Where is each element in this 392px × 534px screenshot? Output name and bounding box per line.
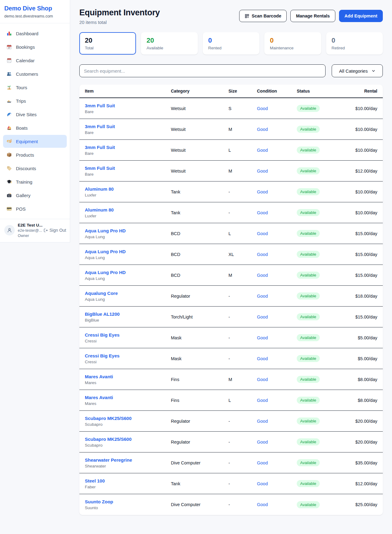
- size-cell: S: [228, 106, 257, 111]
- sidebar-item-calendar[interactable]: Calendar: [3, 54, 67, 67]
- item-name-link[interactable]: Mares Avanti: [85, 374, 171, 379]
- item-name-link[interactable]: BigBlue AL1200: [85, 311, 171, 317]
- stat-value: 0: [208, 36, 254, 44]
- manage-rentals-button[interactable]: Manage Rentals: [290, 10, 335, 22]
- item-name-link[interactable]: 5mm Full Suit: [85, 166, 171, 171]
- sidebar-item-dive-sites[interactable]: Dive Sites: [3, 108, 67, 121]
- status-cell: Available: [297, 480, 343, 487]
- condition-link[interactable]: Good: [257, 127, 297, 132]
- stat-card-maintenance[interactable]: 0 Maintenance: [264, 32, 321, 55]
- stat-value: 0: [332, 36, 377, 44]
- status-badge: Available: [297, 480, 320, 487]
- table-row: Aqua Lung Pro HD Aqua Lung BCD XL Good A…: [79, 244, 383, 265]
- condition-link[interactable]: Good: [257, 210, 297, 215]
- condition-link[interactable]: Good: [257, 273, 297, 278]
- condition-link[interactable]: Good: [257, 377, 297, 382]
- stat-card-total[interactable]: 20 Total: [79, 32, 136, 55]
- item-name-link[interactable]: Aluminum 80: [85, 186, 171, 192]
- item-name-link[interactable]: 3mm Full Suit: [85, 124, 171, 129]
- bar-chart-icon: [6, 31, 12, 36]
- size-cell: -: [228, 210, 257, 215]
- condition-link[interactable]: Good: [257, 440, 297, 444]
- condition-link[interactable]: Good: [257, 502, 297, 507]
- item-name-link[interactable]: Cressi Big Eyes: [85, 353, 171, 358]
- chevron-down-icon: [371, 69, 375, 73]
- condition-link[interactable]: Good: [257, 419, 297, 424]
- item-name-link[interactable]: Aqua Lung Pro HD: [85, 270, 171, 275]
- sidebar-item-training[interactable]: Training: [3, 175, 67, 188]
- condition-link[interactable]: Good: [257, 294, 297, 299]
- condition-link[interactable]: Good: [257, 398, 297, 403]
- stat-card-rented[interactable]: 0 Rented: [203, 32, 259, 55]
- condition-link[interactable]: Good: [257, 315, 297, 319]
- stat-card-retired[interactable]: 0 Retired: [326, 32, 383, 55]
- condition-link[interactable]: Good: [257, 189, 297, 194]
- item-name-link[interactable]: Suunto Zoop: [85, 499, 171, 504]
- rental-cell: $8.00/day: [343, 377, 377, 382]
- sidebar-item-gallery[interactable]: Gallery: [3, 189, 67, 202]
- status-cell: Available: [297, 459, 343, 466]
- item-name-link[interactable]: Scubapro MK25/S600: [85, 437, 171, 442]
- item-name-link[interactable]: 3mm Full Suit: [85, 145, 171, 150]
- page-header: Equipment Inventory 20 items total Scan …: [79, 8, 383, 25]
- sign-out-button[interactable]: Sign Out: [43, 228, 66, 233]
- rental-cell: $5.00/day: [343, 335, 377, 340]
- item-cell: Aqua Lung Pro HD Aqua Lung: [85, 249, 171, 260]
- category-cell: Regulator: [171, 440, 228, 444]
- category-select[interactable]: All Categories: [332, 64, 383, 77]
- condition-link[interactable]: Good: [257, 481, 297, 486]
- sidebar-item-trips[interactable]: Trips: [3, 94, 67, 107]
- sidebar-item-bookings[interactable]: Bookings: [3, 40, 67, 53]
- item-name-link[interactable]: Shearwater Peregrine: [85, 457, 171, 463]
- condition-link[interactable]: Good: [257, 356, 297, 361]
- condition-link[interactable]: Good: [257, 148, 297, 153]
- item-name-link[interactable]: Aqualung Core: [85, 291, 171, 296]
- item-name-link[interactable]: Mares Avanti: [85, 395, 171, 400]
- condition-link[interactable]: Good: [257, 231, 297, 236]
- scan-barcode-button[interactable]: Scan Barcode: [239, 10, 287, 22]
- user-role: Owner: [18, 234, 40, 238]
- sidebar-item-customers[interactable]: Customers: [3, 67, 67, 80]
- item-name-link[interactable]: Aqua Lung Pro HD: [85, 228, 171, 233]
- status-badge: Available: [297, 355, 320, 362]
- item-name-link[interactable]: Aluminum 80: [85, 207, 171, 212]
- item-cell: Scubapro MK25/S600 Scubapro: [85, 416, 171, 427]
- sidebar-item-discounts[interactable]: Discounts: [3, 162, 67, 175]
- status-badge: Available: [297, 105, 320, 112]
- size-cell: -: [228, 419, 257, 424]
- status-cell: Available: [297, 188, 343, 195]
- sidebar-item-dashboard[interactable]: Dashboard: [3, 27, 67, 40]
- size-cell: -: [228, 335, 257, 340]
- item-name-link[interactable]: Scubapro MK25/S600: [85, 416, 171, 421]
- table-body: 3mm Full Suit Bare Wetsuit S Good Availa…: [79, 98, 383, 515]
- item-name-link[interactable]: Steel 100: [85, 478, 171, 483]
- item-cell: Cressi Big Eyes Cressi: [85, 353, 171, 364]
- sidebar-item-tours[interactable]: Tours: [3, 81, 67, 94]
- item-name-link[interactable]: Cressi Big Eyes: [85, 332, 171, 338]
- column-header-rental: Rental: [343, 89, 377, 93]
- sidebar: Demo Dive Shop demo.test.divestreams.com…: [0, 0, 70, 242]
- item-name-link[interactable]: Aqua Lung Pro HD: [85, 249, 171, 254]
- sidebar-item-equipment[interactable]: Equipment: [3, 135, 67, 148]
- item-name-link[interactable]: 3mm Full Suit: [85, 103, 171, 108]
- sidebar-item-pos[interactable]: POS: [3, 202, 67, 215]
- item-brand: Suunto: [85, 505, 171, 510]
- add-equipment-button[interactable]: Add Equipment: [339, 10, 383, 22]
- manage-rentals-label: Manage Rentals: [296, 13, 330, 18]
- item-brand: Mares: [85, 401, 171, 406]
- person-icon: [7, 227, 12, 233]
- condition-link[interactable]: Good: [257, 460, 297, 465]
- scan-barcode-icon: [245, 14, 249, 18]
- sidebar-item-boats[interactable]: Boats: [3, 121, 67, 134]
- stat-card-available[interactable]: 20 Available: [141, 32, 198, 55]
- search-input[interactable]: [79, 64, 326, 77]
- status-badge: Available: [297, 313, 320, 320]
- condition-link[interactable]: Good: [257, 106, 297, 111]
- condition-link[interactable]: Good: [257, 335, 297, 340]
- sidebar-item-products[interactable]: Products: [3, 148, 67, 161]
- category-cell: Mask: [171, 335, 228, 340]
- condition-link[interactable]: Good: [257, 252, 297, 257]
- condition-link[interactable]: Good: [257, 169, 297, 174]
- brand-name[interactable]: Demo Dive Shop: [4, 5, 66, 12]
- size-cell: M: [228, 169, 257, 174]
